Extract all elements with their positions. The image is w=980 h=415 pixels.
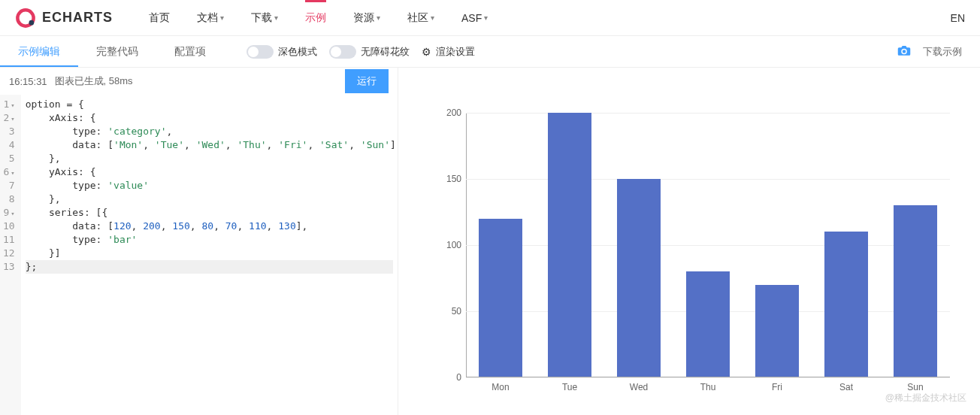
bar-slot — [881, 113, 950, 377]
bar-slot — [743, 113, 812, 377]
code-line[interactable]: }; — [26, 260, 393, 274]
sub-toolbar: 示例编辑完整代码配置项 深色模式 无障碍花纹 ⚙ 渲染设置 下载示例 — [0, 36, 980, 68]
code-line[interactable]: data: ['Mon', 'Tue', 'Wed', 'Thu', 'Fri'… — [26, 138, 393, 152]
code-line[interactable]: }, — [26, 152, 393, 165]
main-content: 16:15:31 图表已生成, 58ms 运行 1▾2▾3456▾789▾101… — [0, 68, 980, 415]
bar-mon[interactable] — [479, 219, 523, 377]
x-tick: Fri — [743, 382, 812, 392]
view-controls: 深色模式 无障碍花纹 ⚙ 渲染设置 — [247, 45, 475, 59]
bar-chart[interactable]: 050100150200 MonTueWedThuFriSatSun — [421, 83, 957, 407]
code-editor[interactable]: 1▾2▾3456▾789▾10111213 option = { xAxis: … — [0, 95, 398, 415]
line-number: 4 — [3, 138, 15, 152]
svg-point-1 — [29, 20, 34, 25]
editor-tabs: 示例编辑完整代码配置项 — [0, 36, 224, 67]
line-number: 7 — [3, 179, 15, 192]
bar-slot — [604, 113, 673, 377]
echarts-logo-icon — [15, 8, 36, 29]
code-line[interactable]: }] — [26, 247, 393, 260]
nav-item-1[interactable]: 文档▾ — [183, 0, 237, 36]
nav-item-4[interactable]: 资源▾ — [340, 0, 394, 36]
top-header: ECHARTS 首页文档▾下载▾示例资源▾社区▾ASF▾ EN — [0, 0, 980, 36]
bar-fri[interactable] — [755, 285, 800, 377]
bar-thu[interactable] — [686, 271, 730, 377]
line-number: 2▾ — [3, 111, 15, 125]
bar-sun[interactable] — [894, 205, 938, 377]
x-tick: Sat — [812, 382, 881, 392]
render-settings[interactable]: ⚙ 渲染设置 — [422, 45, 475, 59]
y-tick: 200 — [446, 108, 461, 118]
chart-bars — [466, 113, 950, 377]
tab-0[interactable]: 示例编辑 — [0, 36, 78, 67]
nav-item-5[interactable]: 社区▾ — [394, 0, 448, 36]
bar-slot — [535, 113, 604, 377]
dark-mode-label: 深色模式 — [278, 45, 317, 59]
bar-slot — [812, 113, 881, 377]
code-line[interactable]: series: [{ — [26, 206, 393, 220]
status-message: 图表已生成, 58ms — [55, 74, 133, 88]
line-number: 12 — [3, 247, 15, 260]
line-number: 9▾ — [3, 206, 15, 220]
nav-item-0[interactable]: 首页 — [135, 0, 183, 36]
code-line[interactable]: option = { — [26, 98, 393, 111]
chevron-down-icon: ▾ — [274, 14, 278, 22]
y-tick: 150 — [446, 174, 461, 184]
bar-slot — [466, 113, 535, 377]
logo-text: ECHARTS — [42, 10, 113, 26]
chevron-down-icon: ▾ — [377, 14, 380, 22]
code-line[interactable]: type: 'bar' — [26, 233, 393, 247]
code-line[interactable]: xAxis: { — [26, 111, 393, 125]
chevron-down-icon: ▾ — [220, 14, 224, 22]
y-axis: 050100150200 — [436, 113, 466, 377]
chevron-down-icon: ▾ — [484, 14, 488, 22]
tab-2[interactable]: 配置项 — [156, 36, 224, 67]
main-nav: 首页文档▾下载▾示例资源▾社区▾ASF▾ — [135, 0, 501, 36]
x-tick: Wed — [604, 382, 673, 392]
chart-panel: 050100150200 MonTueWedThuFriSatSun @稀土掘金… — [398, 68, 980, 415]
code-line[interactable]: data: [120, 200, 150, 80, 70, 110, 130], — [26, 220, 393, 233]
nav-item-3[interactable]: 示例 — [292, 0, 340, 36]
download-example-link[interactable]: 下载示例 — [923, 45, 962, 59]
line-gutter: 1▾2▾3456▾789▾10111213 — [0, 95, 21, 415]
gear-icon: ⚙ — [422, 46, 431, 58]
dark-mode-toggle[interactable] — [247, 45, 274, 59]
pattern-toggle[interactable] — [329, 45, 356, 59]
nav-item-2[interactable]: 下载▾ — [237, 0, 292, 36]
code-line[interactable]: type: 'value' — [26, 179, 393, 192]
grid-line — [466, 377, 950, 378]
y-tick: 0 — [456, 372, 461, 383]
x-axis: MonTueWedThuFriSatSun — [466, 382, 950, 392]
x-tick: Thu — [673, 382, 743, 392]
code-line[interactable]: type: 'category', — [26, 125, 393, 138]
bar-wed[interactable] — [617, 179, 661, 377]
bar-slot — [673, 113, 743, 377]
status-time: 16:15:31 — [9, 76, 47, 87]
line-number: 8 — [3, 192, 15, 206]
line-number: 10 — [3, 220, 15, 233]
nav-item-6[interactable]: ASF▾ — [448, 0, 501, 36]
x-axis-line — [466, 377, 950, 377]
editor-panel: 16:15:31 图表已生成, 58ms 运行 1▾2▾3456▾789▾101… — [0, 68, 398, 415]
bar-sat[interactable] — [824, 232, 869, 377]
y-tick: 100 — [446, 240, 461, 250]
bar-tue[interactable] — [548, 113, 592, 377]
line-number: 3 — [3, 125, 15, 138]
y-tick: 50 — [452, 306, 461, 317]
line-number: 1▾ — [3, 98, 15, 111]
render-label: 渲染设置 — [436, 45, 475, 59]
code-area[interactable]: option = { xAxis: { type: 'category', da… — [21, 95, 398, 415]
code-line[interactable]: yAxis: { — [26, 165, 393, 179]
x-tick: Mon — [466, 382, 535, 392]
logo[interactable]: ECHARTS — [15, 8, 113, 29]
status-bar: 16:15:31 图表已生成, 58ms 运行 — [0, 68, 398, 95]
tab-1[interactable]: 完整代码 — [78, 36, 156, 67]
screenshot-icon[interactable] — [897, 44, 911, 59]
line-number: 11 — [3, 233, 15, 247]
toolbar-right: 下载示例 — [897, 44, 980, 59]
code-line[interactable]: }, — [26, 192, 393, 206]
language-switch[interactable]: EN — [951, 12, 965, 24]
line-number: 13 — [3, 260, 15, 274]
run-button[interactable]: 运行 — [345, 69, 389, 93]
watermark: @稀土掘金技术社区 — [885, 392, 966, 404]
x-tick: Tue — [535, 382, 604, 392]
pattern-label: 无障碍花纹 — [361, 45, 410, 59]
